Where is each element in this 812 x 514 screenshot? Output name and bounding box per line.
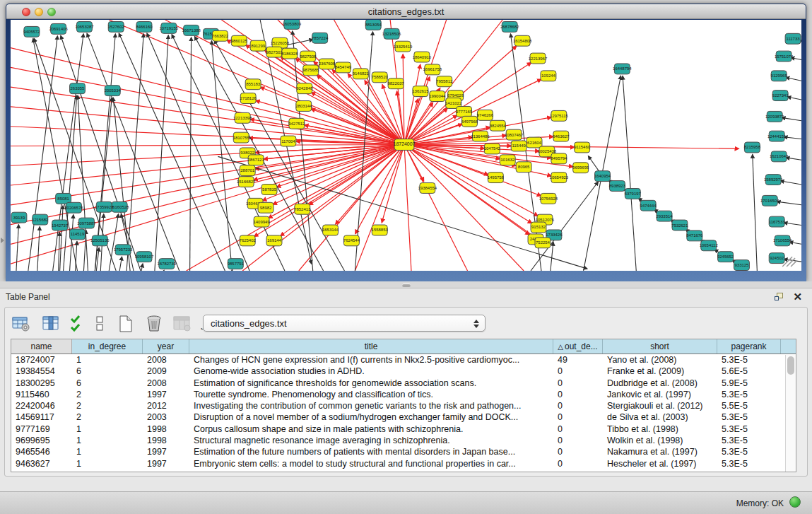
table-row[interactable]: 946554611997Estimation of the future num… [11,446,796,457]
column-header-name[interactable]: name [11,339,72,354]
table-cell[interactable]: 0 [553,446,603,457]
table-cell[interactable]: 0 [553,424,603,435]
table-cell[interactable]: Disruption of a novel member of a sodium… [189,411,553,423]
table-cell[interactable]: 0 [553,435,603,446]
table-row[interactable]: 1872400712008Changes of HCN gene express… [11,354,796,366]
table-cell[interactable]: 5.5E-5 [717,400,781,411]
table-cell[interactable]: Investigating the contribution of common… [189,400,553,411]
graph-node[interactable]: 9474444 [640,200,657,211]
graph-node[interactable]: 111733 [785,33,801,44]
graph-node[interactable]: 18640910 [413,52,432,62]
graph-node[interactable]: 9115460 [574,142,590,153]
graph-node[interactable]: 8466160 [136,21,153,32]
new-table-icon[interactable] [115,313,136,334]
graph-node[interactable]: 9827508 [300,51,317,62]
graph-node[interactable]: 12213398 [233,112,252,123]
clear-selection-icon[interactable] [90,313,111,334]
panel-splitter[interactable] [0,281,812,288]
graph-node[interactable]: 2718126 [240,93,257,104]
graph-node[interactable]: 1558853 [372,225,389,235]
graph-node[interactable]: 1990044 [429,91,446,102]
table-cell[interactable]: 1 [72,458,143,469]
table-cell[interactable]: 5.3E-5 [717,354,781,366]
table-cell[interactable]: 0 [553,400,603,411]
graph-node[interactable]: 587835 [261,185,277,195]
graph-node[interactable]: 10654112 [700,240,718,251]
table-cell[interactable]: 1997 [143,458,189,469]
table-cell[interactable]: de Silva et al. (2003) [603,411,717,423]
column-header-out_de...[interactable]: △out_de... [553,339,603,354]
graph-node[interactable]: 2803144 [295,101,312,112]
scrollbar-thumb[interactable] [787,356,794,375]
table-column-icon[interactable] [40,313,61,334]
column-header-short[interactable]: short [603,339,717,354]
graph-node[interactable]: 13218506 [382,28,401,39]
graph-node[interactable]: 21364486 [471,131,490,141]
column-header-pagerank[interactable]: pagerank [717,339,781,354]
table-cell[interactable]: 14569117 [11,411,72,423]
table-row[interactable]: 1456911722003Disruption of a novel membe… [11,411,796,423]
table-cell[interactable]: Estimation of the future numbers of pati… [189,446,553,457]
graph-node[interactable]: 7588520 [372,72,389,83]
table-cell[interactable]: 9777169 [11,424,72,435]
graph-node[interactable]: 8938923 [609,181,626,192]
table-cell[interactable]: 1997 [143,389,189,400]
table-cell[interactable]: 5.3E-5 [717,435,781,446]
graph-node[interactable]: 15166827 [237,177,255,187]
graph-node[interactable]: 12505135 [90,235,110,246]
graph-node[interactable]: 3824554 [490,120,507,131]
graph-node[interactable]: 20206576 [64,202,83,213]
table-cell[interactable]: Yano et al. (2008) [603,354,717,366]
graph-node[interactable]: 26878682 [500,21,519,32]
graph-node[interactable]: 13325419 [394,41,413,52]
graph-node[interactable]: 2867121 [248,155,265,165]
table-cell[interactable]: Structural magnetic resonance image aver… [189,435,553,446]
graph-node[interactable]: 7625402 [240,235,256,246]
graph-node[interactable]: 109244 [541,71,556,81]
memory-status-indicator-icon[interactable] [789,496,801,508]
table-cell[interactable]: 1997 [143,446,189,457]
splitter-handle-icon[interactable] [402,284,411,287]
graph-node[interactable]: 263355 [70,83,86,94]
graph-node[interactable]: 7663822 [212,30,228,41]
delete-icon[interactable] [143,313,165,334]
graph-node[interactable]: 855183 [245,79,261,90]
table-cell[interactable]: Corpus callosum shape and size in male p… [189,424,553,435]
table-cell[interactable]: 2012 [143,400,189,411]
graph-node[interactable]: 1167533 [769,216,785,227]
table-cell[interactable]: Hescheler et al. (1997) [603,458,717,469]
table-row[interactable]: 1938455462009Genome-wide association stu… [11,366,796,377]
column-header-year[interactable]: year [143,339,189,354]
graph-node[interactable]: 16053809 [283,20,302,29]
graph-node[interactable]: 1495758 [488,173,505,183]
graph-node[interactable]: 9857791 [228,259,245,269]
graph-node[interactable]: 933125 [734,260,750,271]
table-cell[interactable]: 18300295 [11,378,72,389]
panel-collapse-arrow-icon[interactable] [1,238,4,243]
graph-node[interactable]: 7852413 [294,204,311,214]
graph-node[interactable]: 16154808 [513,35,532,46]
graph-node[interactable]: 7857224 [312,33,329,43]
table-cell[interactable]: 2008 [143,378,189,389]
graph-node[interactable]: 9860125 [231,35,248,46]
graph-node[interactable]: 8215958 [744,142,761,153]
table-cell[interactable]: Stergiakouli et al. (2012) [603,400,717,411]
graph-node[interactable]: 18724007 [394,139,416,151]
table-cell[interactable]: 5.9E-5 [717,378,781,389]
table-cell[interactable]: Franke et al. (2009) [603,366,717,377]
graph-node[interactable]: 30975887 [77,218,95,228]
graph-node[interactable]: 10719155 [160,23,179,33]
graph-node[interactable]: 9777169 [456,106,473,117]
table-cell[interactable]: 2003 [143,411,189,423]
graph-node[interactable]: 15892971 [764,175,783,185]
table-cell[interactable]: 1 [72,435,143,446]
table-settings-icon[interactable] [11,313,32,334]
graph-node[interactable]: 9875685 [302,65,319,76]
table-cell[interactable]: 1998 [143,424,189,435]
graph-node[interactable]: 1640954 [594,171,611,182]
table-row[interactable]: 977716911998Corpus callosum shape and si… [11,424,796,435]
table-cell[interactable]: 22420046 [11,400,72,411]
table-select-dropdown[interactable]: citations_edges.txt [203,315,486,332]
table-cell[interactable]: Tourette syndrome. Phenomenology and cla… [189,389,553,400]
graph-node[interactable]: 8813054 [365,20,382,30]
